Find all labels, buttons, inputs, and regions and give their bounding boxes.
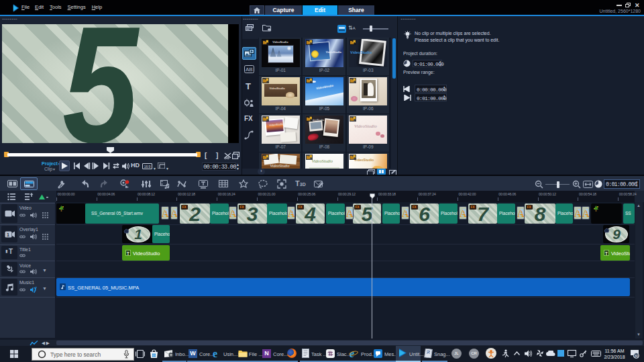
svg-text:AB: AB bbox=[246, 66, 253, 73]
svg-text:1: 1 bbox=[7, 232, 9, 237]
